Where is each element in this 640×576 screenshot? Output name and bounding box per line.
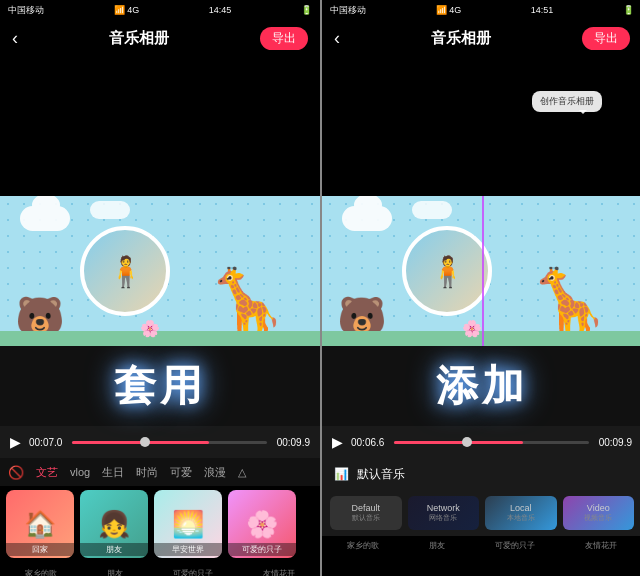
left-time-total: 00:09.9 xyxy=(275,437,310,448)
left-template-label-3: 早安世界 xyxy=(154,543,222,556)
right-music-chart-icon: 📊 xyxy=(334,467,349,481)
left-signal: 📶 4G xyxy=(114,5,140,15)
right-timeline: ▶ 00:06.6 00:09.9 xyxy=(322,426,640,458)
right-play-button[interactable]: ▶ xyxy=(332,434,343,450)
right-photo-circle: 🧍 xyxy=(402,226,492,316)
right-header-title: 音乐相册 xyxy=(431,29,491,48)
left-carrier: 中国移动 xyxy=(8,4,44,17)
right-bl-4: 友情花开 xyxy=(585,540,617,551)
left-timeline: ▶ 00:07.0 00:09.9 xyxy=(0,426,320,458)
right-tooltip-text: 创作音乐相册 xyxy=(540,96,594,106)
right-video-preview: 创作音乐相册 xyxy=(322,56,640,196)
left-bottom-labels: 家乡的歌 朋友 可爱的只子 友情花开 xyxy=(0,564,320,576)
left-progress-bar[interactable] xyxy=(72,441,267,444)
left-export-button[interactable]: 导出 xyxy=(260,27,308,50)
right-action-overlay[interactable]: 添加 xyxy=(322,346,640,426)
left-photo-circle: 🧍 xyxy=(80,226,170,316)
right-bl-1: 家乡的歌 xyxy=(347,540,379,551)
right-cat-video-sublabel: 视频音乐 xyxy=(584,513,612,523)
left-tab-disabled: 🚫 xyxy=(8,465,24,480)
right-bl-3: 可爱的只子 xyxy=(495,540,535,551)
left-action-overlay[interactable]: 套用 xyxy=(0,346,320,426)
right-bottom-labels: 家乡的歌 朋友 可爱的只子 友情花开 xyxy=(322,536,640,554)
right-cat-default-sublabel: 默认音乐 xyxy=(352,513,380,523)
right-music-cat-network[interactable]: Network 网络音乐 xyxy=(408,496,480,530)
right-progress-fill xyxy=(394,441,523,444)
left-time-current: 00:07.0 xyxy=(29,437,64,448)
right-scene-area: 🧍 🐻 🦒 🌸 xyxy=(322,196,640,346)
right-carrier: 中国移动 xyxy=(330,4,366,17)
right-music-label: 默认音乐 xyxy=(357,466,405,483)
left-template-label-4: 可爱的只子 xyxy=(228,543,296,556)
left-template-icon-2: 👧 xyxy=(98,509,130,540)
right-pink-line xyxy=(482,196,484,346)
right-music-cat-default[interactable]: Default 默认音乐 xyxy=(330,496,402,530)
right-time: 14:51 xyxy=(531,5,554,15)
left-template-icon-1: 🏠 xyxy=(24,509,56,540)
left-header-title: 音乐相册 xyxy=(109,29,169,48)
left-template-1[interactable]: 🏠 回家 xyxy=(6,490,74,558)
left-template-4[interactable]: 🌸 可爱的只子 xyxy=(228,490,296,558)
left-bl-2: 朋友 xyxy=(107,568,123,577)
left-battery: 🔋 xyxy=(301,5,312,15)
left-tab-vlog[interactable]: vlog xyxy=(70,466,90,478)
right-app-header: ‹ 音乐相册 导出 xyxy=(322,20,640,56)
right-phone-panel: 中国移动 📶 4G 14:51 🔋 ‹ 音乐相册 导出 创作音乐相册 🧍 🐻 🦒… xyxy=(322,0,640,576)
left-back-button[interactable]: ‹ xyxy=(12,28,18,49)
left-bl-3: 可爱的只子 xyxy=(173,568,213,577)
left-tab-fashion[interactable]: 时尚 xyxy=(136,465,158,480)
right-signal: 📶 4G xyxy=(436,5,462,15)
left-photo-person: 🧍 xyxy=(107,254,144,289)
left-ground xyxy=(0,331,320,346)
left-template-icon-4: 🌸 xyxy=(246,509,278,540)
left-tab-romance[interactable]: 浪漫 xyxy=(204,465,226,480)
right-action-text[interactable]: 添加 xyxy=(436,358,528,414)
right-cloud-1 xyxy=(342,206,392,231)
right-battery: 🔋 xyxy=(623,5,634,15)
right-back-button[interactable]: ‹ xyxy=(334,28,340,49)
right-cat-local-sublabel: 本地音乐 xyxy=(507,513,535,523)
left-scene-area: 🧍 🐻 🦒 🌸 xyxy=(0,196,320,346)
left-category-tabs: 🚫 文艺 vlog 生日 时尚 可爱 浪漫 △ xyxy=(0,458,320,486)
right-progress-bar[interactable] xyxy=(394,441,589,444)
left-bl-1: 家乡的歌 xyxy=(25,568,57,577)
left-tab-cute[interactable]: 可爱 xyxy=(170,465,192,480)
right-export-button[interactable]: 导出 xyxy=(582,27,630,50)
left-action-text[interactable]: 套用 xyxy=(114,358,206,414)
left-play-button[interactable]: ▶ xyxy=(10,434,21,450)
left-bl-4: 友情花开 xyxy=(263,568,295,577)
right-music-cat-local[interactable]: Local 本地音乐 xyxy=(485,496,557,530)
right-cat-local-label: Local xyxy=(510,503,532,513)
left-tab-birthday[interactable]: 生日 xyxy=(102,465,124,480)
left-template-label-1: 回家 xyxy=(6,543,74,556)
right-cat-default-label: Default xyxy=(351,503,380,513)
left-templates-row: 🏠 回家 👧 朋友 🌅 早安世界 🌸 可爱的只子 xyxy=(0,486,320,564)
left-app-header: ‹ 音乐相册 导出 xyxy=(0,20,320,56)
right-progress-thumb[interactable] xyxy=(462,437,472,447)
right-cat-video-label: Video xyxy=(587,503,610,513)
right-flower: 🌸 xyxy=(462,319,482,338)
right-music-section: 📊 默认音乐 xyxy=(322,458,640,490)
left-cloud-2 xyxy=(90,201,130,219)
right-tooltip-bubble: 创作音乐相册 xyxy=(532,91,602,112)
right-bl-2: 朋友 xyxy=(429,540,445,551)
right-time-current: 00:06.6 xyxy=(351,437,386,448)
left-tab-wenyi[interactable]: 文艺 xyxy=(36,465,58,480)
left-status-bar: 中国移动 📶 4G 14:45 🔋 xyxy=(0,0,320,20)
right-cat-network-sublabel: 网络音乐 xyxy=(429,513,457,523)
left-template-icon-3: 🌅 xyxy=(172,509,204,540)
right-music-cat-video[interactable]: Video 视频音乐 xyxy=(563,496,635,530)
left-phone-panel: 中国移动 📶 4G 14:45 🔋 ‹ 音乐相册 导出 🧍 🐻 🦒 🌸 套用 ▶… xyxy=(0,0,320,576)
right-music-cats: Default 默认音乐 Network 网络音乐 Local 本地音乐 Vid… xyxy=(322,490,640,536)
left-video-preview xyxy=(0,56,320,196)
left-template-3[interactable]: 🌅 早安世界 xyxy=(154,490,222,558)
left-flower: 🌸 xyxy=(140,319,160,338)
left-template-2[interactable]: 👧 朋友 xyxy=(80,490,148,558)
left-tab-more[interactable]: △ xyxy=(238,466,246,479)
left-template-label-2: 朋友 xyxy=(80,543,148,556)
right-cloud-2 xyxy=(412,201,452,219)
right-time-total: 00:09.9 xyxy=(597,437,632,448)
left-progress-thumb[interactable] xyxy=(140,437,150,447)
right-cat-network-label: Network xyxy=(427,503,460,513)
left-cloud-1 xyxy=(20,206,70,231)
